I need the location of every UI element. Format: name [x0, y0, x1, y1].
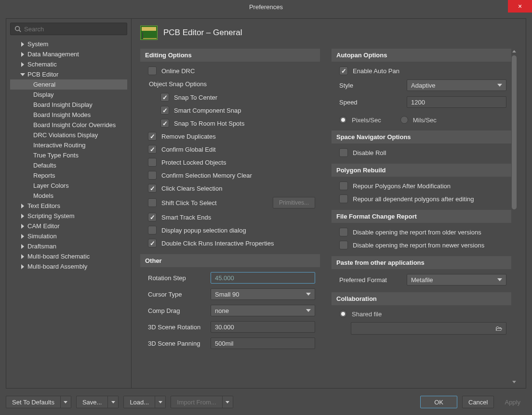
tree-item-schematic[interactable]: Schematic: [10, 59, 127, 69]
snap-room-row[interactable]: Snap To Room Hot Spots: [160, 119, 315, 128]
autopan-style-select[interactable]: Adaptive: [407, 79, 506, 91]
pref-format-select[interactable]: Metafile: [407, 274, 506, 285]
repour-mod-row[interactable]: Repour Polygons After Modification: [339, 182, 506, 190]
smart-comp-snap-row[interactable]: Smart Component Snap: [160, 106, 315, 115]
scene-rotation-input[interactable]: [211, 321, 315, 333]
tree-item-layer-colors[interactable]: Layer Colors: [10, 181, 127, 191]
tree-item-models[interactable]: Models: [10, 191, 127, 201]
repour-dep-checkbox[interactable]: [339, 195, 348, 203]
repour-dep-row[interactable]: Repour all dependent polygons after edit…: [339, 195, 506, 203]
confirm-global-checkbox[interactable]: [148, 145, 157, 154]
confirm-selmem-checkbox[interactable]: [148, 171, 157, 180]
tree-item-system[interactable]: System: [10, 39, 127, 49]
load-dropdown[interactable]: [155, 396, 166, 408]
ff-newer-row[interactable]: Disable opening the report from newer ve…: [339, 241, 506, 249]
smart-track-checkbox[interactable]: [148, 213, 157, 221]
scroll-up-icon[interactable]: [512, 49, 517, 53]
tree-item-reports[interactable]: Reports: [10, 170, 127, 181]
chevron-right-icon[interactable]: [20, 244, 26, 249]
popup-sel-checkbox[interactable]: [148, 226, 157, 234]
chevron-right-icon[interactable]: [20, 52, 26, 57]
shift-click-row[interactable]: Shift Click To Select Primitives...: [148, 197, 315, 208]
online-drc-checkbox[interactable]: [148, 66, 157, 75]
tree-item-text-editors[interactable]: Text Editors: [10, 201, 127, 211]
chevron-right-icon[interactable]: [20, 41, 26, 47]
import-dropdown[interactable]: [223, 396, 233, 408]
ff-newer-checkbox[interactable]: [339, 241, 348, 249]
disable-roll-row[interactable]: Disable Roll: [339, 148, 506, 157]
apply-button[interactable]: Apply: [499, 396, 526, 408]
tree-item-board-insight-display[interactable]: Board Insight Display: [10, 100, 127, 110]
tree-item-cam-editor[interactable]: CAM Editor: [10, 221, 127, 231]
smart-track-row[interactable]: Smart Track Ends: [148, 213, 315, 221]
load-button[interactable]: Load...: [123, 396, 155, 408]
save-button[interactable]: Save...: [76, 396, 108, 408]
confirm-selmem-row[interactable]: Confirm Selection Memory Clear: [148, 171, 315, 180]
tree-item-data-management[interactable]: Data Management: [10, 49, 127, 59]
pixels-sec-row[interactable]: Pixels/Sec: [339, 116, 381, 124]
tree-item-scripting-system[interactable]: Scripting System: [10, 211, 127, 221]
folder-icon[interactable]: 🗁: [495, 324, 502, 332]
shared-file-radio[interactable]: [339, 310, 347, 318]
shared-file-input[interactable]: 🗁: [351, 322, 506, 335]
dblclick-props-checkbox[interactable]: [148, 239, 157, 247]
tree-item-drc-violations-display[interactable]: DRC Violations Display: [10, 130, 127, 140]
import-button[interactable]: Import From...: [171, 396, 223, 408]
tree-item-true-type-fonts[interactable]: True Type Fonts: [10, 150, 127, 160]
mils-sec-radio[interactable]: [400, 116, 408, 124]
confirm-global-row[interactable]: Confirm Global Edit: [148, 145, 315, 154]
chevron-right-icon[interactable]: [20, 203, 26, 209]
mils-sec-row[interactable]: Mils/Sec: [400, 116, 437, 124]
set-defaults-dropdown[interactable]: [61, 396, 71, 408]
scrollbar-vertical[interactable]: [511, 49, 517, 384]
pixels-sec-radio[interactable]: [339, 116, 347, 124]
scene-panning-input[interactable]: [211, 337, 315, 349]
click-clears-checkbox[interactable]: [148, 184, 157, 193]
chevron-right-icon[interactable]: [20, 213, 26, 219]
ok-button[interactable]: OK: [420, 396, 457, 408]
snap-room-checkbox[interactable]: [160, 119, 169, 128]
snap-center-checkbox[interactable]: [160, 93, 169, 102]
close-button[interactable]: ×: [508, 0, 532, 13]
tree-item-pcb-editor[interactable]: PCB Editor: [10, 69, 127, 79]
chevron-right-icon[interactable]: [20, 254, 26, 259]
protect-locked-checkbox[interactable]: [148, 158, 157, 167]
nav-tree[interactable]: SystemData ManagementSchematicPCB Editor…: [10, 39, 127, 384]
online-drc-row[interactable]: Online DRC: [148, 66, 315, 75]
import-split[interactable]: Import From...: [171, 396, 233, 408]
defaults-split[interactable]: Set To Defaults: [6, 396, 71, 408]
chevron-right-icon[interactable]: [20, 233, 26, 239]
tree-item-multi-board-assembly[interactable]: Multi-board Assembly: [10, 261, 127, 272]
chevron-down-icon[interactable]: [20, 72, 26, 78]
protect-locked-row[interactable]: Protect Locked Objects: [148, 158, 315, 167]
rotation-step-input[interactable]: [211, 272, 315, 284]
load-split[interactable]: Load...: [123, 396, 166, 408]
tree-item-board-insight-color-overrides[interactable]: Board Insight Color Overrides: [10, 120, 127, 130]
tree-item-board-insight-modes[interactable]: Board Insight Modes: [10, 110, 127, 120]
cancel-button[interactable]: Cancel: [462, 396, 494, 408]
enable-autopan-row[interactable]: Enable Auto Pan: [339, 66, 506, 75]
tree-item-draftsman[interactable]: Draftsman: [10, 241, 127, 251]
enable-autopan-checkbox[interactable]: [339, 66, 348, 75]
chevron-right-icon[interactable]: [20, 264, 26, 270]
remove-dupes-row[interactable]: Remove Duplicates: [148, 132, 315, 141]
tree-item-general[interactable]: General: [10, 79, 127, 90]
tree-item-multi-board-schematic[interactable]: Multi-board Schematic: [10, 251, 127, 261]
snap-center-row[interactable]: Snap To Center: [160, 93, 315, 102]
tree-item-simulation[interactable]: Simulation: [10, 231, 127, 241]
tree-item-display[interactable]: Display: [10, 90, 127, 100]
save-split[interactable]: Save...: [76, 396, 119, 408]
search-input[interactable]: [24, 26, 123, 33]
save-dropdown[interactable]: [108, 396, 119, 408]
ff-older-checkbox[interactable]: [339, 228, 348, 236]
ff-older-row[interactable]: Disable opening the report from older ve…: [339, 228, 506, 236]
scroll-down-icon[interactable]: [512, 379, 517, 384]
shift-click-checkbox[interactable]: [148, 198, 157, 207]
remove-dupes-checkbox[interactable]: [148, 132, 157, 141]
tree-item-defaults[interactable]: Defaults: [10, 160, 127, 170]
popup-sel-row[interactable]: Display popup selection dialog: [148, 226, 315, 234]
repour-mod-checkbox[interactable]: [339, 182, 348, 190]
chevron-right-icon[interactable]: [20, 223, 26, 229]
tree-item-interactive-routing[interactable]: Interactive Routing: [10, 140, 127, 150]
cursor-type-select[interactable]: Small 90: [211, 288, 315, 300]
